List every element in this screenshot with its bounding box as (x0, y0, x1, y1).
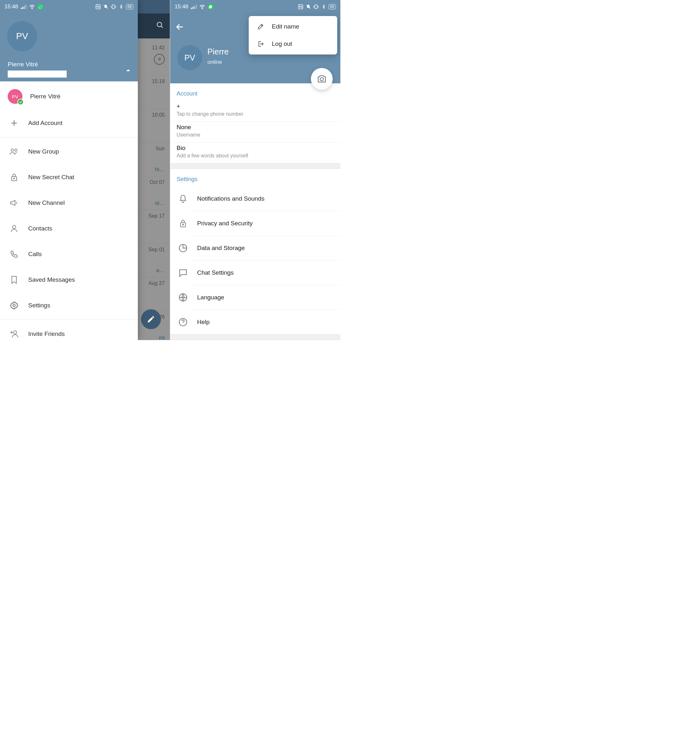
globe-icon (177, 291, 189, 304)
svg-point-8 (11, 149, 14, 152)
nfc-icon (298, 4, 303, 9)
setting-help[interactable]: Help (170, 310, 340, 334)
account-item-current[interactable]: PV Pierre Vitré (0, 83, 138, 110)
setting-username[interactable]: None Username (170, 122, 340, 143)
overflow-menu: Edit name Log out (249, 16, 337, 54)
nfc-icon (95, 4, 101, 9)
help-icon (177, 316, 189, 329)
svg-rect-4 (26, 5, 26, 9)
person-icon (8, 222, 20, 235)
whatsapp-icon (37, 4, 43, 9)
logout-icon (256, 40, 265, 48)
pencil-icon (256, 23, 265, 30)
setting-privacy[interactable]: Privacy and Security (170, 211, 340, 235)
account-name: Pierre Vitré (30, 93, 61, 100)
mute-icon (305, 4, 311, 9)
svg-point-5 (32, 8, 32, 9)
mute-icon (103, 4, 109, 9)
svg-rect-17 (192, 7, 194, 9)
svg-point-20 (202, 8, 203, 9)
setting-notifications[interactable]: Notifications and Sounds (170, 186, 340, 211)
svg-rect-1 (21, 8, 22, 9)
menu-settings[interactable]: Settings (0, 293, 138, 318)
svg-point-11 (14, 178, 15, 179)
vibrate-icon (313, 4, 319, 9)
menu-log-out[interactable]: Log out (249, 35, 337, 52)
pie-icon (177, 242, 189, 255)
group-icon (8, 145, 20, 158)
profile-status: online (208, 59, 222, 65)
svg-point-25 (183, 224, 184, 225)
svg-rect-2 (22, 7, 23, 9)
signal-icon (21, 4, 26, 9)
menu-edit-name[interactable]: Edit name (249, 18, 337, 35)
phone-number-masked (8, 71, 67, 78)
wifi-icon (199, 4, 205, 9)
clock: 15:48 (5, 3, 18, 10)
svg-rect-18 (194, 6, 195, 9)
whatsapp-icon (208, 4, 214, 9)
section-divider (170, 163, 340, 169)
svg-rect-7 (112, 5, 115, 9)
setting-language[interactable]: Language (170, 285, 340, 310)
bookmark-icon (8, 274, 20, 286)
svg-rect-16 (191, 8, 192, 9)
screen-settings: 15:48 69 PV Pierre online (170, 0, 340, 340)
menu-calls[interactable]: Calls (0, 241, 138, 267)
search-icon[interactable] (156, 21, 164, 29)
setting-bio[interactable]: Bio Add a few words about yourself (170, 143, 340, 163)
battery-indicator: 69 (126, 4, 133, 9)
menu-new-channel[interactable]: New Channel (0, 190, 138, 216)
person-add-icon (8, 327, 20, 340)
bluetooth-icon (118, 4, 124, 9)
svg-rect-3 (24, 6, 25, 9)
screen-drawer: 11:42 15:18 10:05 Sunhi… Oct 07oi… Sep 1… (0, 0, 170, 340)
wifi-icon (29, 4, 35, 9)
gear-icon (8, 299, 20, 312)
menu-invite-friends[interactable]: Invite Friends (0, 321, 138, 340)
lock-icon (177, 217, 189, 230)
bluetooth-icon (321, 4, 326, 9)
check-icon (17, 99, 24, 105)
megaphone-icon (8, 197, 20, 209)
menu-new-secret-chat[interactable]: New Secret Chat (0, 164, 138, 190)
chat-icon (177, 266, 189, 279)
add-account-item[interactable]: Add Account (0, 110, 138, 136)
signal-icon (191, 4, 197, 9)
drawer-username: Pierre Vitré (8, 61, 38, 68)
setting-phone[interactable]: + Tap to change phone number (170, 101, 340, 122)
account-avatar: PV (8, 89, 22, 104)
clock: 15:48 (175, 3, 188, 10)
svg-point-13 (13, 304, 15, 307)
section-divider (170, 334, 340, 340)
drawer-avatar[interactable]: PV (7, 21, 37, 51)
menu-new-group[interactable]: New Group (0, 139, 138, 164)
svg-point-12 (12, 225, 16, 229)
back-button[interactable] (175, 22, 184, 31)
accounts-toggle-icon[interactable] (126, 69, 131, 72)
bell-icon (177, 192, 189, 205)
profile-avatar[interactable]: PV (177, 45, 202, 70)
set-photo-fab[interactable] (311, 68, 333, 90)
plus-icon (8, 117, 20, 129)
menu-contacts[interactable]: Contacts (0, 216, 138, 241)
svg-point-14 (14, 331, 17, 334)
battery-indicator: 69 (329, 4, 336, 9)
svg-rect-22 (315, 5, 317, 9)
profile-name: Pierre (208, 47, 229, 57)
svg-point-23 (320, 78, 323, 81)
lock-icon (8, 171, 20, 184)
svg-rect-19 (196, 5, 197, 9)
svg-point-9 (15, 149, 17, 152)
setting-data-storage[interactable]: Data and Storage (170, 236, 340, 260)
menu-saved-messages[interactable]: Saved Messages (0, 267, 138, 293)
phone-icon (8, 248, 20, 261)
vibrate-icon (111, 4, 116, 9)
setting-chat[interactable]: Chat Settings (170, 261, 340, 285)
svg-point-0 (157, 22, 162, 27)
compose-fab[interactable] (141, 309, 161, 329)
section-settings: Settings (170, 169, 340, 186)
